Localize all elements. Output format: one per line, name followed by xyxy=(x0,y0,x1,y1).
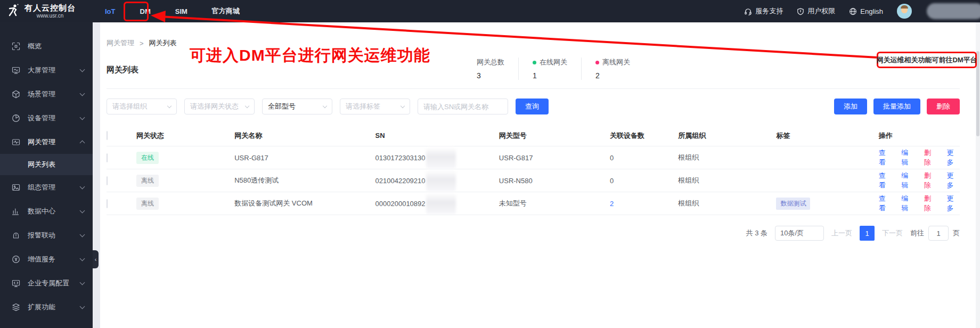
stat-online-label: 在线网关 xyxy=(540,58,567,67)
sidebar-subitem-gateway-list[interactable]: 网关列表 xyxy=(0,154,93,175)
sidebar-item-label: 报警联动 xyxy=(28,231,55,240)
breadcrumb-parent[interactable]: 网关管理 xyxy=(107,38,134,48)
search-input[interactable] xyxy=(418,99,508,114)
table-row: 在线 USR-G817 0130172303130 USR-G817 0 根组织… xyxy=(107,146,960,169)
sidebar-item-device[interactable]: 设备管理 xyxy=(0,106,93,130)
current-page-button[interactable]: 1 xyxy=(860,226,875,241)
query-button[interactable]: 查询 xyxy=(516,99,549,114)
sidebar-item-data-center[interactable]: 数据中心 xyxy=(0,199,93,223)
nav-iot[interactable]: IoT xyxy=(93,0,128,22)
screen-icon xyxy=(12,66,20,75)
col-devices: 关联设备数 xyxy=(610,131,678,141)
view-link[interactable]: 查看 xyxy=(879,194,892,213)
service-support-link[interactable]: 服务支持 xyxy=(744,6,783,16)
scrollbar-track xyxy=(976,22,980,328)
chevron-down-icon xyxy=(167,103,172,108)
model-select[interactable]: 全部型号 xyxy=(262,99,332,114)
pagination-total: 共 3 条 xyxy=(746,228,767,238)
sidebar-item-extension[interactable]: 扩展功能 xyxy=(0,295,93,319)
delete-link[interactable]: 删除 xyxy=(924,194,937,213)
device-count-link[interactable]: 2 xyxy=(610,200,614,208)
shield-icon xyxy=(797,7,804,15)
sidebar-item-label: 扩展功能 xyxy=(28,302,55,312)
goto-prefix: 前往 xyxy=(910,228,924,238)
sidebar-gutter xyxy=(93,22,100,328)
edit-link[interactable]: 编辑 xyxy=(901,171,914,190)
breadcrumb-current: 网关列表 xyxy=(149,38,177,48)
scrollbar-thumb[interactable] xyxy=(976,51,979,136)
batch-add-button[interactable]: 批量添加 xyxy=(873,99,920,114)
delete-link[interactable]: 删除 xyxy=(924,171,937,190)
page-size-select[interactable]: 10条/页 xyxy=(775,226,824,241)
scene-icon xyxy=(12,90,20,99)
page-size-value: 10条/页 xyxy=(780,228,804,238)
sidebar-item-scene[interactable]: 场景管理 xyxy=(0,82,93,106)
more-link[interactable]: 更多 xyxy=(946,171,960,190)
select-all-checkbox[interactable] xyxy=(107,131,108,140)
status-select[interactable]: 请选择网关状态 xyxy=(184,99,255,114)
row-checkbox[interactable] xyxy=(107,199,108,208)
stat-offline-value: 2 xyxy=(595,71,630,80)
sidebar-item-bigscreen[interactable]: 大屏管理 xyxy=(0,58,93,82)
sidebar: 概览 大屏管理 场景管理 设备管理 网关管理 xyxy=(0,22,93,328)
topbar-right: 服务支持 用户权限 English xyxy=(744,3,980,19)
breadcrumb-separator: > xyxy=(140,39,144,47)
view-link[interactable]: 查看 xyxy=(879,148,892,167)
gateway-stats: 网关总数 3 在线网关 1 离线网关 2 xyxy=(477,58,658,80)
gateway-org: 根组织 xyxy=(678,153,776,162)
sidebar-item-value-added[interactable]: 增值服务 xyxy=(0,247,93,271)
goto-page-input[interactable] xyxy=(928,226,949,241)
delete-button[interactable]: 删除 xyxy=(927,99,960,114)
device-count: 0 xyxy=(610,177,678,185)
language-switch[interactable]: English xyxy=(849,7,883,15)
add-button[interactable]: 添加 xyxy=(834,99,867,114)
tag-select[interactable]: 请选择标签 xyxy=(340,99,410,114)
logo[interactable]: 有人云控制台 www.usr.cn xyxy=(0,3,93,19)
row-checkbox[interactable] xyxy=(107,176,108,185)
status-badge: 在线 xyxy=(136,152,159,164)
chevron-down-icon xyxy=(80,114,85,120)
sidebar-item-alarm[interactable]: 报警联动 xyxy=(0,223,93,247)
org-select[interactable]: 请选择组织 xyxy=(107,99,177,114)
tag-select-placeholder: 请选择标签 xyxy=(346,102,380,111)
edit-link[interactable]: 编辑 xyxy=(901,148,914,167)
sidebar-item-label: 大屏管理 xyxy=(28,65,55,75)
more-link[interactable]: 更多 xyxy=(946,148,960,167)
col-org: 所属组织 xyxy=(678,131,776,141)
view-link[interactable]: 查看 xyxy=(879,171,892,190)
more-link[interactable]: 更多 xyxy=(946,194,960,213)
app-title: 有人云控制台 xyxy=(24,4,76,13)
main-content: 网关管理 > 网关列表 网关列表 网关总数 3 在线网关 1 离线网关 2 xyxy=(100,22,980,328)
sidebar-item-enterprise-config[interactable]: 企业专属配置 xyxy=(0,271,93,295)
prev-page-button[interactable]: 上一页 xyxy=(831,228,852,238)
sidebar-item-label: 企业专属配置 xyxy=(28,278,69,288)
delete-link[interactable]: 删除 xyxy=(924,148,937,167)
gateway-model: USR-N580 xyxy=(499,177,610,185)
chevron-down-icon xyxy=(401,103,405,108)
edit-link[interactable]: 编辑 xyxy=(901,194,914,213)
sidebar-item-label: 增值服务 xyxy=(28,255,55,264)
stat-online: 在线网关 1 xyxy=(533,58,582,80)
nav-sim[interactable]: SIM xyxy=(163,0,200,22)
sidebar-item-scada[interactable]: 组态管理 xyxy=(0,175,93,199)
sidebar-item-gateway[interactable]: 网关管理 xyxy=(0,130,93,154)
avatar[interactable] xyxy=(897,4,912,19)
sidebar-collapse-handle[interactable]: ‹ xyxy=(93,250,99,268)
row-checkbox[interactable] xyxy=(107,153,108,162)
sidebar-item-label: 网关管理 xyxy=(28,137,55,147)
col-ops: 操作 xyxy=(879,131,960,141)
stat-offline-label: 离线网关 xyxy=(602,58,630,67)
nav-shop[interactable]: 官方商城 xyxy=(200,0,252,22)
user-rights-link[interactable]: 用户权限 xyxy=(797,6,835,16)
sidebar-item-overview[interactable]: 概览 xyxy=(0,34,93,58)
chevron-down-icon xyxy=(80,91,85,96)
col-name: 网关名称 xyxy=(234,131,375,141)
user-rights-label: 用户权限 xyxy=(807,6,835,16)
nav-dm[interactable]: DM xyxy=(128,0,163,22)
status-badge: 离线 xyxy=(136,175,159,187)
service-support-label: 服务支持 xyxy=(755,6,783,16)
next-page-button[interactable]: 下一页 xyxy=(882,228,903,238)
gateway-org: 根组织 xyxy=(678,199,776,208)
sn-censored xyxy=(426,170,456,191)
gateway-name: USR-G817 xyxy=(234,154,375,162)
